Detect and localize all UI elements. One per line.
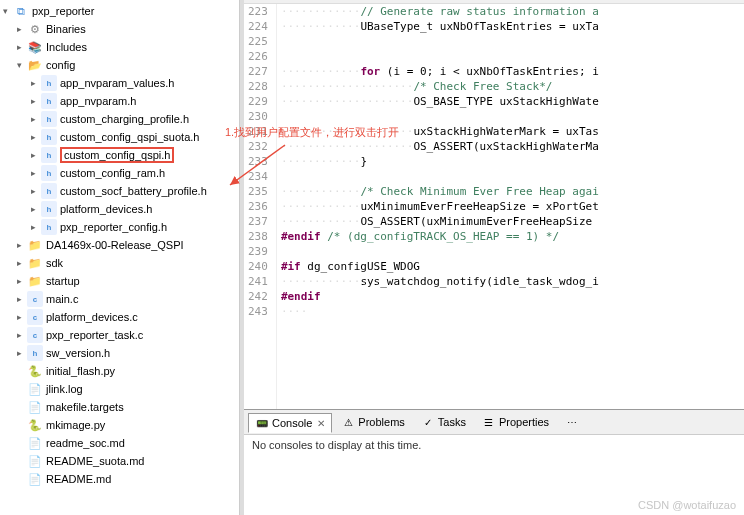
- expand-icon[interactable]: ▸: [14, 348, 25, 359]
- close-icon[interactable]: ✕: [317, 418, 325, 429]
- tree-file-readme_soc.md[interactable]: 📄 readme_soc.md: [0, 434, 239, 452]
- expand-icon[interactable]: ▸: [14, 42, 25, 53]
- expand-icon[interactable]: [14, 420, 25, 431]
- code-line[interactable]: [281, 244, 740, 259]
- tree-label: custom_config_qspi_suota.h: [60, 131, 199, 143]
- expand-icon[interactable]: ▾: [14, 60, 25, 71]
- tree-config[interactable]: ▾ 📂 config: [0, 56, 239, 74]
- code-line[interactable]: #if dg_configUSE_WDOG: [281, 259, 740, 274]
- tab-problems[interactable]: ⚠ Problems: [334, 412, 411, 432]
- expand-icon[interactable]: ▸: [28, 150, 39, 161]
- tree-folder-startup[interactable]: ▸ 📁 startup: [0, 272, 239, 290]
- tab-tasks[interactable]: ✓ Tasks: [414, 412, 473, 432]
- code-line[interactable]: ············// Generate raw status infor…: [281, 4, 740, 19]
- tree-file-custom_config_ram.h[interactable]: ▸ h custom_config_ram.h: [0, 164, 239, 182]
- expand-icon[interactable]: [14, 456, 25, 467]
- expand-icon[interactable]: ▸: [14, 276, 25, 287]
- line-number: 242: [248, 289, 268, 304]
- tree-file-main.c[interactable]: ▸ c main.c: [0, 290, 239, 308]
- c-file-icon: c: [27, 327, 43, 343]
- tree-file-custom_socf_battery_profile.h[interactable]: ▸ h custom_socf_battery_profile.h: [0, 182, 239, 200]
- expand-icon[interactable]: ▸: [28, 186, 39, 197]
- tree-file-makefile.targets[interactable]: 📄 makefile.targets: [0, 398, 239, 416]
- code-line[interactable]: #endif: [281, 289, 740, 304]
- expand-icon[interactable]: ▸: [14, 258, 25, 269]
- file-file-icon: 📄: [27, 453, 43, 469]
- tree-file-pxp_reporter_task.c[interactable]: ▸ c pxp_reporter_task.c: [0, 326, 239, 344]
- line-number: 225: [248, 34, 268, 49]
- tree-file-pxp_reporter_config.h[interactable]: ▸ h pxp_reporter_config.h: [0, 218, 239, 236]
- expand-icon[interactable]: ▸: [28, 222, 39, 233]
- code-line[interactable]: ············for (i = 0; i < uxNbOfTaskEn…: [281, 64, 740, 79]
- code-line[interactable]: ············UBaseType_t uxNbOfTaskEntrie…: [281, 19, 740, 34]
- tree-file-platform_devices.c[interactable]: ▸ c platform_devices.c: [0, 308, 239, 326]
- code-line[interactable]: ············/* Check Minimum Ever Free H…: [281, 184, 740, 199]
- code-line[interactable]: [281, 109, 740, 124]
- expand-icon[interactable]: ▸: [28, 96, 39, 107]
- code-line[interactable]: ····················/* Check Free Stack*…: [281, 79, 740, 94]
- expand-icon[interactable]: ▸: [28, 168, 39, 179]
- tree-label: app_nvparam_values.h: [60, 77, 174, 89]
- expand-icon[interactable]: ▸: [28, 78, 39, 89]
- expand-icon[interactable]: ▸: [14, 312, 25, 323]
- expand-icon[interactable]: ▸: [14, 240, 25, 251]
- project-icon: ⧉: [13, 3, 29, 19]
- code-line[interactable]: ····················OS_ASSERT(uxStackHig…: [281, 139, 740, 154]
- tree-file-platform_devices.h[interactable]: ▸ h platform_devices.h: [0, 200, 239, 218]
- code-line[interactable]: ····················OS_BASE_TYPE uxStack…: [281, 94, 740, 109]
- tree-file-custom_config_qspi_suota.h[interactable]: ▸ h custom_config_qspi_suota.h: [0, 128, 239, 146]
- code-line[interactable]: [281, 34, 740, 49]
- expand-icon[interactable]: [14, 474, 25, 485]
- tree-binaries[interactable]: ▸ ⚙ Binaries: [0, 20, 239, 38]
- expand-icon[interactable]: [14, 384, 25, 395]
- tab-more[interactable]: ⋯: [558, 412, 586, 432]
- tree-file-README_suota.md[interactable]: 📄 README_suota.md: [0, 452, 239, 470]
- code-line[interactable]: #endif /* (dg_configTRACK_OS_HEAP == 1) …: [281, 229, 740, 244]
- expand-icon[interactable]: [14, 366, 25, 377]
- tree-includes[interactable]: ▸ 📚 Includes: [0, 38, 239, 56]
- tree-file-mkimage.py[interactable]: 🐍 mkimage.py: [0, 416, 239, 434]
- svg-line-0: [230, 145, 285, 185]
- code-line[interactable]: ············OS_ASSERT(uxMinimumEverFreeH…: [281, 214, 740, 229]
- tree-label: DA1469x-00-Release_QSPI: [46, 239, 184, 251]
- tree-file-custom_config_qspi.h[interactable]: ▸ h custom_config_qspi.h: [0, 146, 239, 164]
- expand-icon[interactable]: ▸: [14, 24, 25, 35]
- code-area[interactable]: ············// Generate raw status infor…: [277, 4, 744, 409]
- expand-icon[interactable]: ▸: [14, 294, 25, 305]
- expand-icon[interactable]: ▸: [28, 204, 39, 215]
- tree-folder-DA1469x-00-Release_QSPI[interactable]: ▸ 📁 DA1469x-00-Release_QSPI: [0, 236, 239, 254]
- code-line[interactable]: [281, 169, 740, 184]
- expand-icon[interactable]: ▸: [28, 114, 39, 125]
- tree-label: pxp_reporter_task.c: [46, 329, 143, 341]
- code-line[interactable]: [281, 49, 740, 64]
- expand-icon[interactable]: [14, 438, 25, 449]
- tree-file-jlink.log[interactable]: 📄 jlink.log: [0, 380, 239, 398]
- tree-root[interactable]: ▾ ⧉ pxp_reporter: [0, 2, 239, 20]
- tree-file-app_nvparam.h[interactable]: ▸ h app_nvparam.h: [0, 92, 239, 110]
- tree-file-custom_charging_profile.h[interactable]: ▸ h custom_charging_profile.h: [0, 110, 239, 128]
- tree-label: README.md: [46, 473, 111, 485]
- code-line[interactable]: ············}: [281, 154, 740, 169]
- tab-properties[interactable]: ☰ Properties: [475, 412, 556, 432]
- code-line[interactable]: ············uxMinimumEverFreeHeapSize = …: [281, 199, 740, 214]
- tree-folder-sdk[interactable]: ▸ 📁 sdk: [0, 254, 239, 272]
- tree-file-README.md[interactable]: 📄 README.md: [0, 470, 239, 488]
- h-file-icon: h: [41, 75, 57, 91]
- line-number: 228: [248, 79, 268, 94]
- tab-console[interactable]: 📟 Console ✕: [248, 413, 332, 433]
- expand-icon[interactable]: [14, 402, 25, 413]
- tree-file-sw_version.h[interactable]: ▸ h sw_version.h: [0, 344, 239, 362]
- code-line[interactable]: ····: [281, 304, 740, 319]
- project-explorer[interactable]: ▾ ⧉ pxp_reporter ▸ ⚙ Binaries ▸ 📚 Includ…: [0, 0, 240, 515]
- expand-icon[interactable]: ▸: [14, 330, 25, 341]
- line-number: 223: [248, 4, 268, 19]
- code-line[interactable]: ············sys_watchdog_notify(idle_tas…: [281, 274, 740, 289]
- tree-file-app_nvparam_values.h[interactable]: ▸ h app_nvparam_values.h: [0, 74, 239, 92]
- line-number: 236: [248, 199, 268, 214]
- expand-icon[interactable]: ▾: [0, 6, 11, 17]
- annotation-arrow-icon: [225, 135, 305, 195]
- tree-file-initial_flash.py[interactable]: 🐍 initial_flash.py: [0, 362, 239, 380]
- expand-icon[interactable]: ▸: [28, 132, 39, 143]
- code-editor[interactable]: 2232242252262272282292302312322332342352…: [244, 4, 744, 409]
- folder-icon: 📁: [27, 273, 43, 289]
